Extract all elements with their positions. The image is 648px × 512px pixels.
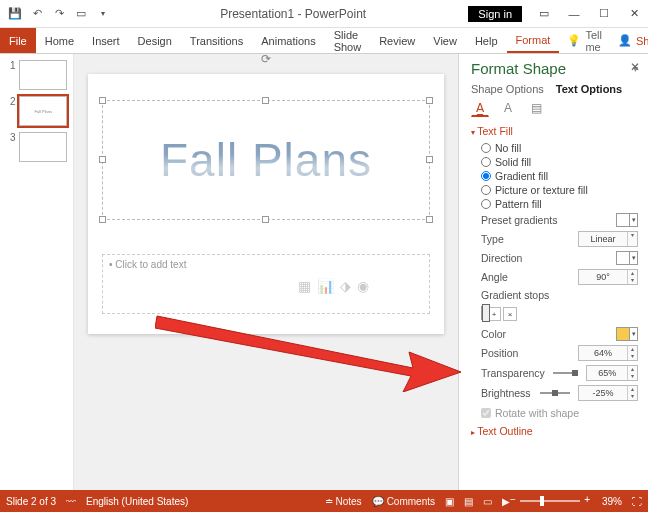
rotate-with-shape-checkbox[interactable]: Rotate with shape xyxy=(471,403,638,421)
minimize-icon[interactable]: — xyxy=(560,3,588,25)
tab-review[interactable]: Review xyxy=(370,28,424,53)
bulb-icon: 💡 xyxy=(567,34,581,47)
remove-stop-icon[interactable]: × xyxy=(503,307,517,321)
spellcheck-icon[interactable]: 〰 xyxy=(66,496,76,507)
resize-handle[interactable] xyxy=(262,97,269,104)
insert-chart-icon[interactable]: 📊 xyxy=(317,278,334,294)
quick-access-toolbar: 💾 ↶ ↷ ▭ ▾ xyxy=(0,5,118,23)
share-button[interactable]: 👤Share xyxy=(610,28,648,53)
tab-insert[interactable]: Insert xyxy=(83,28,129,53)
thumbnail-2[interactable]: 2 Fall Plans xyxy=(6,96,67,126)
pane-title: Format Shape ▾ xyxy=(471,60,638,77)
text-effects-icon[interactable]: A xyxy=(499,99,517,117)
row-position: Position 64%▴▾ xyxy=(471,343,638,363)
insert-3d-icon[interactable]: ◉ xyxy=(357,278,369,294)
reading-view-icon[interactable]: ▭ xyxy=(483,496,492,507)
resize-handle[interactable] xyxy=(99,156,106,163)
color-picker[interactable]: ▾ xyxy=(616,327,638,341)
brightness-slider[interactable] xyxy=(540,392,570,394)
language-indicator[interactable]: English (United States) xyxy=(86,496,188,507)
brightness-input[interactable]: -25%▴▾ xyxy=(578,385,638,401)
resize-handle[interactable] xyxy=(99,216,106,223)
tell-me[interactable]: 💡Tell me xyxy=(559,28,610,53)
text-fill-section: Text Fill No fill Solid fill Gradient fi… xyxy=(471,125,638,437)
save-icon[interactable]: 💾 xyxy=(6,5,24,23)
resize-handle[interactable] xyxy=(99,97,106,104)
radio-no-fill[interactable]: No fill xyxy=(471,141,638,155)
row-angle: Angle 90°▴▾ xyxy=(471,267,638,287)
gradient-stop-bar[interactable] xyxy=(481,306,483,320)
section-text-fill[interactable]: Text Fill xyxy=(471,125,638,137)
insert-smartart-icon[interactable]: ⬗ xyxy=(340,278,351,294)
position-input[interactable]: 64%▴▾ xyxy=(578,345,638,361)
workspace: 1 2 Fall Plans 3 ⟳ Fall Plans xyxy=(0,54,648,490)
direction-picker[interactable]: ▾ xyxy=(616,251,638,265)
resize-handle[interactable] xyxy=(426,156,433,163)
slide-thumbnail-panel: 1 2 Fall Plans 3 xyxy=(0,54,74,490)
content-placeholder[interactable]: • Click to add text ▦ 📊 ⬗ ◉ xyxy=(102,254,430,314)
transparency-slider[interactable] xyxy=(553,372,579,374)
title-bar: 💾 ↶ ↷ ▭ ▾ Presentation1 - PowerPoint Sig… xyxy=(0,0,648,28)
tab-file[interactable]: File xyxy=(0,28,36,53)
tab-help[interactable]: Help xyxy=(466,28,507,53)
title-text[interactable]: Fall Plans xyxy=(160,133,372,187)
format-shape-pane: ✕ Format Shape ▾ Shape Options Text Opti… xyxy=(458,54,648,490)
resize-handle[interactable] xyxy=(262,216,269,223)
insert-table-icon[interactable]: ▦ xyxy=(298,278,311,294)
ribbon-options-icon[interactable]: ▭ xyxy=(530,3,558,25)
textbox-icon[interactable]: ▤ xyxy=(527,99,545,117)
slide-indicator[interactable]: Slide 2 of 3 xyxy=(6,496,56,507)
qat-dropdown-icon[interactable]: ▾ xyxy=(94,5,112,23)
radio-gradient-fill[interactable]: Gradient fill xyxy=(471,169,638,183)
title-textbox[interactable]: Fall Plans xyxy=(102,100,430,220)
sorter-view-icon[interactable]: ▤ xyxy=(464,496,473,507)
normal-view-icon[interactable]: ▣ xyxy=(445,496,454,507)
transparency-input[interactable]: 65%▴▾ xyxy=(586,365,638,381)
redo-icon[interactable]: ↷ xyxy=(50,5,68,23)
row-transparency: Transparency 65%▴▾ xyxy=(471,363,638,383)
angle-input[interactable]: 90°▴▾ xyxy=(578,269,638,285)
tab-home[interactable]: Home xyxy=(36,28,83,53)
section-text-outline[interactable]: Text Outline xyxy=(471,425,638,437)
tab-design[interactable]: Design xyxy=(129,28,181,53)
resize-handle[interactable] xyxy=(426,216,433,223)
undo-icon[interactable]: ↶ xyxy=(28,5,46,23)
type-dropdown[interactable]: Linear▾ xyxy=(578,231,638,247)
share-icon: 👤 xyxy=(618,34,632,47)
radio-picture-fill[interactable]: Picture or texture fill xyxy=(471,183,638,197)
fit-to-window-icon[interactable]: ⛶ xyxy=(632,496,642,507)
tab-slideshow[interactable]: Slide Show xyxy=(325,28,371,53)
tab-view[interactable]: View xyxy=(424,28,466,53)
zoom-slider[interactable] xyxy=(520,500,580,502)
resize-handle[interactable] xyxy=(426,97,433,104)
start-slideshow-icon[interactable]: ▭ xyxy=(72,5,90,23)
close-icon[interactable]: ✕ xyxy=(620,3,648,25)
tab-shape-options[interactable]: Shape Options xyxy=(471,83,544,95)
radio-pattern-fill[interactable]: Pattern fill xyxy=(471,197,638,211)
slideshow-view-icon[interactable]: ▶ xyxy=(502,496,510,507)
tab-text-options[interactable]: Text Options xyxy=(556,83,622,95)
thumbnail-1[interactable]: 1 xyxy=(6,60,67,90)
thumbnail-3[interactable]: 3 xyxy=(6,132,67,162)
window-controls: Sign in ▭ — ☐ ✕ xyxy=(468,3,648,25)
notes-button[interactable]: ≐ Notes xyxy=(325,496,362,507)
rotate-handle-icon[interactable]: ⟳ xyxy=(261,52,271,66)
tab-format[interactable]: Format xyxy=(507,28,560,53)
zoom-level[interactable]: 39% xyxy=(602,496,622,507)
pane-close-icon[interactable]: ✕ xyxy=(630,60,640,74)
window-title: Presentation1 - PowerPoint xyxy=(118,7,468,21)
row-preset-gradients: Preset gradients ▾ xyxy=(471,211,638,229)
preset-gradient-picker[interactable]: ▾ xyxy=(616,213,638,227)
text-fill-outline-icon[interactable]: A̲ xyxy=(471,99,489,117)
content-insert-icons[interactable]: ▦ 📊 ⬗ ◉ xyxy=(298,278,369,294)
slide-canvas[interactable]: ⟳ Fall Plans • Click to add text ▦ 📊 ⬗ ◉ xyxy=(88,74,444,334)
comments-button[interactable]: 💬 Comments xyxy=(372,496,435,507)
gradient-stops: +× xyxy=(481,307,638,321)
tab-transitions[interactable]: Transitions xyxy=(181,28,252,53)
radio-solid-fill[interactable]: Solid fill xyxy=(471,155,638,169)
ribbon-tabs: File Home Insert Design Transitions Anim… xyxy=(0,28,648,54)
maximize-icon[interactable]: ☐ xyxy=(590,3,618,25)
row-color: Color ▾ xyxy=(471,325,638,343)
tab-animations[interactable]: Animations xyxy=(252,28,324,53)
sign-in-button[interactable]: Sign in xyxy=(468,6,522,22)
